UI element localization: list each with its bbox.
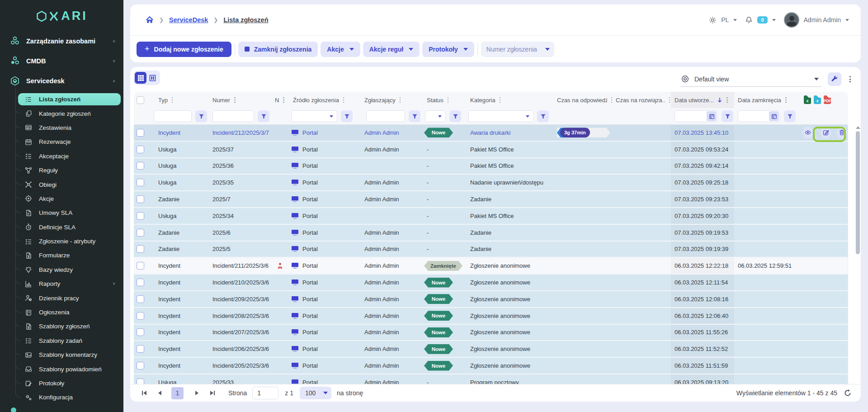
column-menu-kebab-icon[interactable] [399,96,402,104]
column-header-kategoria[interactable]: Kategoria [470,97,495,104]
table-row[interactable]: IncydentIncident/205/2025/3/6PortalAdmin… [134,358,848,374]
column-header-numer[interactable]: Numer [212,97,230,104]
sidebar-subitem-umowy-sla[interactable]: Umowy SLA [0,206,123,220]
table-row[interactable]: IncydentIncident/209/2025/3/6PortalAdmin… [134,291,848,308]
table-row[interactable]: Zadanie2025/7PortalAdmin Admin-Zadanie07… [134,191,848,208]
export-csv-icon[interactable]: x [814,95,821,104]
table-row[interactable]: IncydentIncident/206/2025/3/6PortalAdmin… [134,341,848,358]
sort-desc-icon[interactable] [717,97,722,103]
column-header-czas-rozwiazania[interactable]: Czas na rozwiąza... [616,97,665,104]
column-menu-kebab-icon[interactable] [784,96,788,104]
sidebar-subitem-obiegi[interactable]: Obiegi [0,177,123,191]
export-excel-icon[interactable]: x [804,95,811,104]
filter-data-utworzenia-input[interactable] [675,110,718,122]
row-checkbox[interactable] [137,146,144,153]
filter-status-select[interactable] [425,110,446,122]
preview-eye-icon[interactable] [802,127,814,138]
settings-gear-icon[interactable] [709,16,717,24]
sidebar-subitem-definicje-sla[interactable]: Definicje SLA [0,220,123,234]
filter-data-zamkniecia-funnel-icon[interactable] [784,110,796,122]
table-row[interactable]: IncydentIncident/207/2025/3/6PortalAdmin… [134,325,848,341]
next-page-button[interactable] [195,391,198,395]
sidebar-subitem-ogłoszenia[interactable]: Ogłoszenia [0,305,123,319]
table-row[interactable]: Usługa2025/35PortalAdmin Admin-Nadanie u… [134,175,848,191]
column-header-data-zamkniecia[interactable]: Data zamknięcia [738,97,781,104]
actions-dropdown-button[interactable]: Akcje [321,42,360,57]
grid-view-button[interactable] [135,72,146,84]
sidebar-subitem-bazy-wiedzy[interactable]: Bazy wiedzy [0,263,123,277]
calendar-icon[interactable] [707,111,717,121]
column-menu-kebab-icon[interactable] [342,96,345,104]
row-checkbox[interactable] [137,212,144,220]
sidebar-subitem-kategorie-zgłoszeń[interactable]: Kategorie zgłoszeń [0,106,123,120]
protocols-dropdown-button[interactable]: Protokoły [422,42,474,57]
table-row[interactable]: Usługa2025/37PortalAdmin Admin-Pakiet MS… [134,142,848,158]
current-page-button[interactable]: 1 [171,387,184,399]
language-selector[interactable]: PL [721,16,729,24]
user-name[interactable]: Admin Admin [804,16,841,24]
filter-data-utworzenia-funnel-icon[interactable] [722,110,733,122]
sidebar-item-assets[interactable]: Zarządzanie zasobami˅ [0,33,123,49]
user-avatar[interactable] [784,12,799,28]
table-scrollbar[interactable] [855,126,860,412]
sidebar-subitem-rezerwacje[interactable]: Rezerwacje [0,135,123,149]
row-checkbox[interactable] [137,295,144,303]
scrollbar-thumb[interactable] [856,131,860,254]
sidebar-subitem-szablony-komentarzy[interactable]: Szablony komentarzy [0,348,123,362]
column-menu-kebab-icon[interactable] [171,96,174,104]
filter-typ-input[interactable] [154,110,192,122]
page-number-input[interactable]: 1 [252,387,278,399]
column-menu-kebab-icon[interactable] [726,96,729,104]
column-header-typ[interactable]: Typ [158,97,168,104]
sidebar-subitem-lista-zgłoszeń[interactable]: Lista zgłoszeń [0,92,123,106]
column-menu-kebab-icon[interactable] [499,96,502,104]
row-checkbox[interactable] [137,362,144,369]
sidebar-subitem-akceptacje[interactable]: Akceptacje [0,149,123,163]
column-header-czas-odpowiedz[interactable]: Czas na odpowiedź [557,97,607,104]
notifications-chevron-icon[interactable] [772,19,776,21]
filter-numer-funnel-icon[interactable] [258,110,269,122]
table-row[interactable]: Usługa2025/33PortalAdmin Admin-Program p… [134,374,848,384]
select-all-checkbox[interactable] [137,96,144,104]
table-row[interactable]: Zadanie2025/5PortalAdmin Admin-Zadanie07… [134,242,848,258]
export-pdf-icon[interactable]: PDF [824,95,831,104]
column-menu-kebab-icon[interactable] [233,96,236,104]
table-row[interactable]: IncydentIncident/210/2025/3/6PortalAdmin… [134,275,848,291]
sidebar-subitem-szablony-zgłoszeń[interactable]: Szablony zgłoszeń [0,319,123,333]
last-page-button[interactable] [210,391,215,395]
sidebar-subitem-zestawienia[interactable]: Zestawienia [0,121,123,135]
table-menu-kebab-icon[interactable] [849,75,852,83]
column-header-status[interactable]: Status [427,97,443,104]
row-checkbox[interactable] [137,129,144,137]
filter-zrodlo-select[interactable] [291,110,337,122]
sidebar-subitem-szablony-powiadomień[interactable]: Szablony powiadomień [0,362,123,376]
row-checkbox[interactable] [137,162,144,170]
table-row[interactable]: Zadanie2025/6PortalAdmin Admin-Zadanie07… [134,225,848,242]
ticket-number-input[interactable]: Numer zgłoszenia [481,42,554,57]
close-tickets-button[interactable]: Zamknij zgłoszenia [238,42,318,57]
sidebar-subitem-raporty[interactable]: Raporty˅ [0,277,123,291]
language-chevron-icon[interactable] [733,19,737,21]
filter-status-funnel-icon[interactable] [449,110,461,122]
first-page-button[interactable] [142,391,146,395]
sidebar-subitem-szablony-zadań[interactable]: Szablony zadań [0,334,123,348]
home-icon[interactable] [146,16,154,24]
table-row[interactable]: Usługa2025/34Portal-Pakiet MS Office07.0… [134,208,848,225]
columns-view-button[interactable] [146,72,158,84]
add-ticket-button[interactable]: +Dodaj nowe zgłoszenie [137,42,231,57]
filter-kategoria-funnel-icon[interactable] [537,110,549,122]
sidebar-subitem-dziennik-pracy[interactable]: Dziennik pracy [0,291,123,305]
row-checkbox[interactable] [137,262,144,270]
row-checkbox[interactable] [137,229,144,237]
row-checkbox[interactable] [137,245,144,253]
user-menu-chevron-icon[interactable] [845,19,849,21]
breadcrumb-current[interactable]: Lista zgłoszeń [223,16,268,24]
page-size-select[interactable]: 100 [300,387,331,399]
table-row[interactable]: IncydentIncident/212/2025/3/7PortalAdmin… [134,125,848,142]
column-header-data-utworzenia[interactable]: Data utworze... [675,97,714,104]
row-checkbox[interactable] [137,179,144,186]
filter-zrodlo-funnel-icon[interactable] [341,110,353,122]
table-row[interactable]: Usługa2025/36Portal-Pakiet MS Office07.0… [134,158,848,175]
column-menu-kebab-icon[interactable] [282,96,285,104]
table-row[interactable]: IncydentIncident/208/2025/3/6PortalAdmin… [134,308,848,325]
